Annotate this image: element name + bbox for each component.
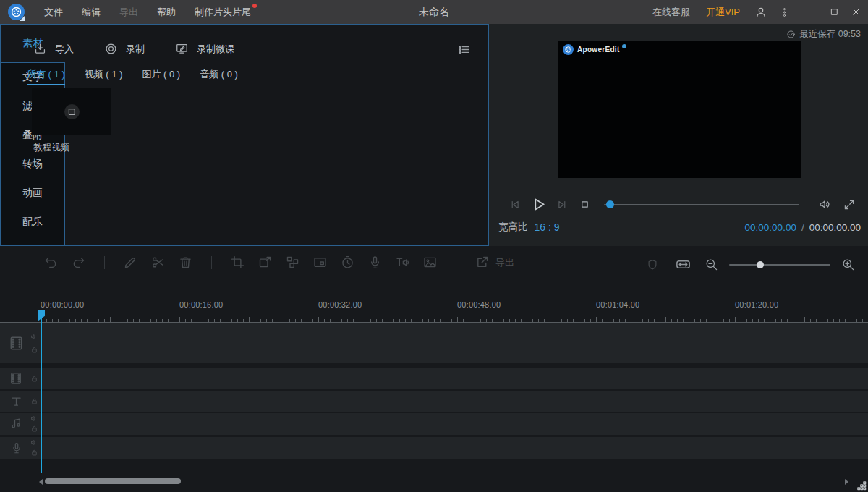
sidebar-tab-animations[interactable]: 动画 [1,179,64,208]
fullscreen-icon[interactable] [843,198,856,211]
preview-screen[interactable]: ApowerEdit [558,41,801,178]
media-item[interactable]: 教程视频 [32,88,111,154]
toolbar-divider [211,256,212,269]
redo-icon[interactable] [71,255,86,270]
fit-timeline-icon[interactable] [675,256,692,273]
picture-in-picture-icon[interactable] [312,255,328,270]
mute-track-icon[interactable] [30,438,38,446]
filter-tab-image[interactable]: 图片 ( 0 ) [142,68,180,85]
mosaic-icon[interactable] [285,255,300,270]
delete-icon[interactable] [178,255,193,270]
record-lesson-button[interactable]: 录制微课 [175,42,234,56]
vip-upgrade-link[interactable]: 开通VIP [706,6,740,19]
total-timecode: 00:00:00.00 [809,222,861,233]
menu-export: 导出 [110,0,148,24]
account-icon[interactable] [754,6,767,19]
import-icon [33,42,47,56]
video-placeholder-icon [64,104,80,119]
undo-icon[interactable] [43,255,59,270]
marker-icon[interactable] [646,258,659,271]
timeline-ruler[interactable]: 00:00:00.00 00:00:16.00 00:00:32.00 00:0… [0,295,868,323]
lock-track-icon[interactable] [30,449,38,457]
resize-grip[interactable] [857,481,867,491]
text-track-icon [9,394,23,408]
track-video[interactable] [0,323,868,363]
export-label: 导出 [495,256,514,269]
online-support-link[interactable]: 在线客服 [652,6,690,19]
text-to-speech-icon[interactable] [395,255,410,270]
timeline-zoom-slider[interactable] [729,260,830,270]
timeline-zoom-slider-thumb[interactable] [757,261,764,268]
preview-panel: 最近保存 09:53 ApowerEdit 宽高比 16 : 9 [489,24,868,246]
menu-help[interactable]: 帮助 [148,0,185,24]
filter-tab-all[interactable]: 所有 ( 1 ) [27,68,65,85]
close-button[interactable] [845,0,867,24]
split-icon[interactable] [150,255,166,270]
preview-info-bar: 宽高比 16 : 9 00:00:00.00 / 00:00:00.00 [498,219,861,236]
menu-edit[interactable]: 编辑 [72,0,110,24]
titlebar-right: 在线客服 开通VIP [652,0,868,24]
project-title: 未命名 [419,0,449,24]
filter-tab-audio[interactable]: 音频 ( 0 ) [200,68,238,85]
autosave-status: 最近保存 09:53 [786,28,861,41]
track-music[interactable] [0,413,868,435]
apoweredit-window: 文件 编辑 导出 帮助 制作片头片尾 未命名 在线客服 开通VIP 素材 文字 … [0,0,868,492]
lock-track-icon[interactable] [30,397,38,405]
edit-clip-icon[interactable] [123,255,138,270]
track-voice[interactable] [0,437,868,459]
stop-icon[interactable] [579,198,591,211]
watermark-text: ApowerEdit [577,46,620,54]
seek-slider-thumb[interactable] [606,200,614,208]
track-text[interactable] [0,391,868,412]
duration-icon[interactable] [340,255,355,270]
export-button[interactable]: 导出 [475,255,514,270]
maximize-button[interactable] [823,0,845,24]
play-icon[interactable] [529,195,548,213]
notification-dot [252,4,257,8]
toolbar-divider [104,256,105,269]
aspect-ratio-value[interactable]: 16 : 9 [535,221,560,233]
pip-track-icon [9,371,23,386]
scrollbar-thumb[interactable] [45,478,181,484]
lock-track-icon[interactable] [30,375,38,383]
lock-track-icon[interactable] [30,425,38,433]
record-button[interactable]: 录制 [104,42,145,56]
screen-record-icon [175,42,189,56]
volume-icon[interactable] [818,198,832,211]
previous-frame-icon[interactable] [509,198,522,211]
filter-tab-video[interactable]: 视频 ( 1 ) [85,68,123,85]
mute-track-icon[interactable] [30,415,38,423]
watermark: ApowerEdit [563,44,626,55]
scale-icon[interactable] [258,255,273,270]
lock-track-icon[interactable] [30,346,38,354]
seek-slider[interactable] [604,204,799,205]
import-button[interactable]: 导入 [33,42,74,56]
track-pip[interactable] [0,368,868,389]
watermark-tool-icon[interactable] [422,255,438,270]
autosave-label: 最近保存 09:53 [799,28,861,41]
ruler-label: 00:01:20.00 [735,300,778,309]
sidebar-tab-music[interactable]: 配乐 [1,208,64,237]
list-view-icon[interactable] [457,43,471,56]
playback-controls [489,195,868,215]
record-icon [104,42,118,56]
media-item-name: 教程视频 [33,142,111,154]
scroll-left-arrow[interactable] [36,479,43,485]
media-actions: 导入 录制 录制微课 [33,42,234,56]
music-track-icon [9,417,23,430]
sidebar-tab-transitions[interactable]: 转场 [1,150,64,179]
scroll-right-arrow[interactable] [845,479,851,485]
minimize-button[interactable] [801,0,823,24]
menu-file[interactable]: 文件 [35,0,72,24]
media-item-thumbnail[interactable] [32,88,111,135]
ruler-label: 00:00:48.00 [457,300,501,309]
crop-icon[interactable] [230,255,245,270]
voiceover-icon[interactable] [367,255,383,270]
mute-track-icon[interactable] [30,333,38,341]
next-frame-icon[interactable] [556,198,569,211]
zoom-in-icon[interactable] [841,258,855,271]
menu-intro-outro[interactable]: 制作片头片尾 [185,0,260,24]
more-menu-icon[interactable] [779,6,790,19]
horizontal-scrollbar[interactable] [0,478,868,486]
zoom-out-icon[interactable] [705,258,718,271]
